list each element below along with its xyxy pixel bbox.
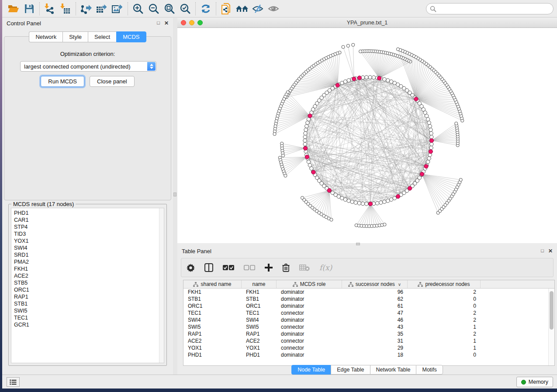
mcds-result-item[interactable]: RAP1 xyxy=(14,293,164,300)
network-canvas[interactable] xyxy=(177,28,557,243)
close-table-panel-icon[interactable]: ✕ xyxy=(548,248,553,254)
table-row[interactable]: PHD1PHD1dominator180 xyxy=(183,351,548,358)
add-column-button[interactable] xyxy=(265,264,273,272)
refresh-icon xyxy=(200,3,211,14)
mcds-result-list[interactable]: PHD1CAR1STP4TID3YOX1SWI4SRD1PMA2FKH1ACE2… xyxy=(11,208,164,363)
mcds-result-item[interactable]: ACE2 xyxy=(14,272,164,279)
close-panel-button[interactable]: Close panel xyxy=(90,76,135,87)
memory-status-icon xyxy=(521,380,526,385)
cell-MCDS-role: dominator xyxy=(277,303,342,309)
mcds-result-item[interactable]: SWI4 xyxy=(14,244,164,251)
tab-mcds[interactable]: MCDS xyxy=(116,31,146,42)
column-header-predecessor-nodes[interactable]: predecessor nodes xyxy=(408,280,481,288)
mcds-result-item[interactable]: STB5 xyxy=(14,279,164,286)
horizontal-splitter-grip[interactable] xyxy=(356,243,360,245)
tab-network[interactable]: Network xyxy=(29,31,62,42)
table-row[interactable]: SWI4SWI4dominator462 xyxy=(183,316,548,323)
tab-motifs[interactable]: Motifs xyxy=(416,365,443,375)
tab-select[interactable]: Select xyxy=(88,31,116,42)
cell-successor-nodes: 96 xyxy=(342,289,408,295)
mcds-result-item[interactable]: SRD1 xyxy=(14,251,164,258)
float-panel-icon[interactable]: □ xyxy=(157,20,160,26)
zoom-in-icon xyxy=(132,3,144,14)
zoom-out-button[interactable] xyxy=(146,2,162,16)
splitter-grip[interactable] xyxy=(173,193,176,196)
hide-selected-button[interactable] xyxy=(250,2,266,16)
mcds-result-item[interactable]: STB1 xyxy=(14,300,164,307)
table-row[interactable]: TEC1TEC1connector472 xyxy=(183,309,548,316)
delete-table-button[interactable] xyxy=(299,264,310,271)
import-table-button[interactable] xyxy=(58,2,73,16)
mcds-result-item[interactable]: FKH1 xyxy=(14,265,164,272)
tab-node-table[interactable]: Node Table xyxy=(291,365,331,375)
save-session-button[interactable] xyxy=(21,2,37,16)
mcds-result-item[interactable]: ORC1 xyxy=(14,286,164,293)
column-header-label: shared name xyxy=(201,281,231,287)
delete-column-button[interactable] xyxy=(282,263,290,272)
mcds-result-item[interactable]: TID3 xyxy=(14,230,164,237)
open-file-button[interactable] xyxy=(6,2,21,16)
vertical-splitter[interactable] xyxy=(173,18,177,375)
column-header-MCDS-role[interactable]: MCDS role xyxy=(277,280,342,288)
optimization-criterion-select[interactable]: largest connected component (undirected) xyxy=(20,61,156,72)
float-table-panel-icon[interactable]: □ xyxy=(541,248,544,254)
show-all-button[interactable] xyxy=(266,2,281,16)
mcds-result-item[interactable]: CAR1 xyxy=(14,217,164,224)
new-network-from-selection-button[interactable] xyxy=(218,2,234,16)
cell-name: SWI5 xyxy=(242,324,277,330)
column-header-shared-name[interactable]: shared name xyxy=(183,280,242,288)
zoom-in-button[interactable] xyxy=(130,2,146,16)
import-network-button[interactable] xyxy=(42,2,58,16)
table-row[interactable]: SWI5SWI5connector431 xyxy=(183,323,548,330)
table-scrollbar[interactable] xyxy=(548,289,554,365)
mcds-result-item[interactable]: TEC1 xyxy=(14,314,164,321)
zoom-fit-button[interactable] xyxy=(162,2,177,16)
node-table[interactable]: shared namenameMCDS rolesuccessor nodes∨… xyxy=(183,280,555,366)
table-scrollbar-thumb[interactable] xyxy=(550,291,554,330)
tab-style[interactable]: Style xyxy=(62,31,88,42)
table-row[interactable]: RAP1RAP1dominator352 xyxy=(183,330,548,337)
deselect-all-checkboxes-button[interactable] xyxy=(244,265,255,271)
cell-name: ACE2 xyxy=(242,338,277,344)
search-input[interactable] xyxy=(439,6,550,12)
search-box[interactable] xyxy=(426,3,554,14)
zoom-selected-button[interactable] xyxy=(177,2,193,16)
table-settings-button[interactable] xyxy=(187,264,195,272)
network-window-titlebar[interactable]: YPA_prune.txt_1 xyxy=(177,18,557,28)
cell-shared-name: SWI4 xyxy=(183,317,242,323)
first-neighbors-button[interactable] xyxy=(234,2,250,16)
mcds-result-item[interactable]: GCR1 xyxy=(14,321,164,328)
cell-successor-nodes: 61 xyxy=(342,303,408,309)
export-image-button[interactable] xyxy=(110,2,125,16)
refresh-layout-button[interactable] xyxy=(198,2,214,16)
mcds-list-scrollbar[interactable] xyxy=(159,208,164,363)
table-row[interactable]: FKH1FKH1dominator962 xyxy=(183,289,548,296)
memory-button[interactable]: Memory xyxy=(516,377,553,387)
run-mcds-button[interactable]: Run MCDS xyxy=(41,76,84,87)
tab-network-table[interactable]: Network Table xyxy=(370,365,416,375)
export-image-icon xyxy=(111,3,124,14)
export-table-button[interactable] xyxy=(94,2,110,16)
cell-MCDS-role: dominator xyxy=(277,331,342,337)
export-network-button[interactable] xyxy=(78,2,94,16)
mcds-result-item[interactable]: YOX1 xyxy=(14,237,164,244)
table-row[interactable]: ACE2ACE2connector311 xyxy=(183,337,548,344)
mcds-result-item[interactable]: SWI5 xyxy=(14,307,164,314)
cell-name: SWI4 xyxy=(242,317,277,323)
close-panel-icon[interactable]: ✕ xyxy=(164,20,169,26)
cell-shared-name: ACE2 xyxy=(183,338,242,344)
mcds-result-item[interactable]: STP4 xyxy=(14,224,164,230)
select-all-checkboxes-button[interactable] xyxy=(223,265,234,271)
function-builder-button[interactable]: f(x) xyxy=(319,263,332,272)
table-row[interactable]: ORC1ORC1dominator610 xyxy=(183,303,548,309)
table-row[interactable]: YOX1YOX1connector291 xyxy=(183,344,548,351)
mcds-result-item[interactable]: PMA2 xyxy=(14,258,164,265)
tab-edge-table[interactable]: Edge Table xyxy=(331,365,370,375)
cell-name: PHD1 xyxy=(242,352,277,358)
column-layout-button[interactable] xyxy=(204,263,213,272)
mcds-result-item[interactable]: PHD1 xyxy=(14,210,164,217)
column-header-successor-nodes[interactable]: successor nodes∨ xyxy=(342,280,408,288)
column-header-name[interactable]: name xyxy=(242,280,277,288)
table-row[interactable]: STB1STB1dominator620 xyxy=(183,296,548,303)
panel-menu-button[interactable] xyxy=(7,377,20,387)
